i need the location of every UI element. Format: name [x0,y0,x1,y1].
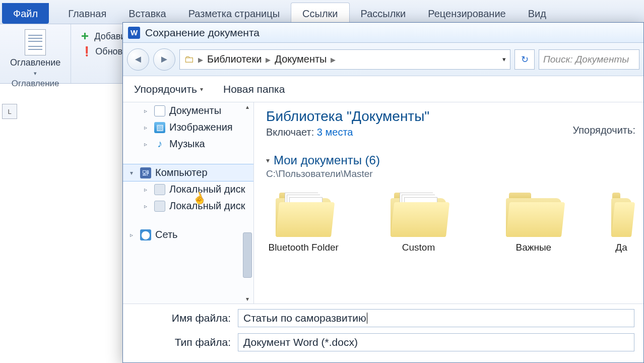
breadcrumb[interactable]: 🗀 ▸ Библиотеки ▸ Документы ▸ ▾ [179,49,510,70]
plus-doc-icon [81,32,91,42]
dialog-bottom: Имя файла: Статьи по саморазвитию Тип фа… [123,304,643,362]
picture-icon: ▧ [154,122,165,133]
ribbon-tabs: Файл Главная Вставка Разметка страницы С… [0,0,644,24]
folder-view: Библиотека "Документы" Включает: 3 места… [254,102,643,304]
toc-button-label: Оглавление [10,57,60,68]
chevron-down-icon: ▾ [34,70,37,77]
nav-forward-button[interactable]: ► [153,48,175,71]
library-title: Библиотека "Документы" [266,108,631,125]
folder-icon [391,193,446,237]
tree-item-music[interactable]: ▹ ♪ Музыка [123,136,253,152]
arrange-by[interactable]: Упорядочить: [572,125,635,136]
network-icon: ⬤ [140,229,151,240]
expander-icon[interactable]: ▹ [130,231,136,238]
folder-item[interactable]: Custom [381,193,456,253]
tree-item-network[interactable]: ▹ ⬤ Сеть [123,226,253,243]
chevron-right-icon: ▸ [329,53,338,66]
folder-grid: Bluetooth Folder Custom Важные Да [266,193,631,253]
ruler-corner: L [2,104,17,119]
tab-view[interactable]: Вид [517,3,557,24]
scroll-down-icon[interactable]: ▾ [245,294,250,304]
dialog-titlebar[interactable]: W Сохранение документа [123,23,643,43]
folder-item[interactable]: Bluetooth Folder [266,193,341,253]
folder-item[interactable]: Да [611,193,631,253]
dialog-title-text: Сохранение документа [145,27,260,39]
music-icon: ♪ [154,139,165,150]
filetype-select[interactable]: Документ Word (*.docx) [238,333,634,351]
tab-references[interactable]: Ссылки [291,3,349,24]
tab-insert[interactable]: Вставка [117,3,177,24]
tab-pagelayout[interactable]: Разметка страницы [177,3,291,24]
tree-scrollbar[interactable]: ▴ ▾ [241,102,253,304]
computer-icon: 🖳 [140,167,151,178]
tree-item-pictures[interactable]: ▹ ▧ Изображения [123,119,253,136]
dialog-body: ▹ Документы ▹ ▧ Изображения ▹ ♪ Музыка ▾… [123,102,643,304]
filename-label: Имя файла: [132,312,238,324]
chevron-right-icon: ▸ [196,53,205,66]
tab-review[interactable]: Рецензирование [417,3,517,24]
expander-icon[interactable]: ▹ [144,124,150,131]
tab-home[interactable]: Главная [57,3,117,24]
nav-tree: ▹ Документы ▹ ▧ Изображения ▹ ♪ Музыка ▾… [123,102,254,304]
folder-icon [611,193,631,237]
filetype-row: Тип файла: Документ Word (*.docx) [132,333,634,351]
folder-icon [276,193,331,237]
filetype-label: Тип файла: [132,336,238,348]
tab-mailings[interactable]: Рассылки [350,3,417,24]
expander-icon[interactable]: ▹ [144,141,150,148]
tree-item-drive-d[interactable]: ▹ Локальный диск [123,198,253,214]
section-header[interactable]: ▾ Мои документы (6) [266,153,631,167]
section-path: C:\Пользователи\Master [266,168,631,179]
dialog-toolbar: Упорядочить ▾ Новая папка [123,76,643,102]
new-folder-button[interactable]: Новая папка [223,83,285,95]
filename-row: Имя файла: Статьи по саморазвитию [132,309,634,327]
scroll-up-icon[interactable]: ▴ [245,102,250,111]
folder-icon: 🗀 [184,53,194,65]
toc-icon [25,29,46,55]
expander-icon[interactable]: ▹ [144,107,150,114]
expander-icon[interactable]: ▹ [144,186,150,193]
filename-input[interactable]: Статьи по саморазвитию [238,309,634,327]
toc-group-label: Оглавление [12,79,59,89]
refresh-button[interactable]: ↻ [514,49,535,70]
chevron-down-icon: ▾ [200,86,203,93]
breadcrumb-item[interactable]: Библиотеки [207,53,262,65]
text-cursor [367,313,367,324]
drive-icon [154,201,165,212]
save-dialog: W Сохранение документа ◄ ► 🗀 ▸ Библиотек… [122,22,644,363]
word-icon: W [128,27,140,39]
document-icon [154,105,165,116]
chevron-down-icon[interactable]: ▾ [502,55,506,63]
toc-button[interactable]: Оглавление ▾ [7,27,63,79]
tree-item-drive-c[interactable]: ▹ Локальный диск [123,181,253,198]
dialog-navbar: ◄ ► 🗀 ▸ Библиотеки ▸ Документы ▸ ▾ ↻ Пои… [123,43,643,76]
tree-item-documents[interactable]: ▹ Документы [123,102,253,119]
exclaim-icon: ❗ [81,46,92,57]
search-input[interactable]: Поиск: Документы [539,49,639,70]
organize-button[interactable]: Упорядочить ▾ [134,83,203,95]
chevron-right-icon: ▸ [264,53,273,66]
ribbon-group-toc: Оглавление ▾ Оглавление [0,24,71,83]
expander-icon[interactable]: ▾ [130,169,136,176]
scroll-thumb[interactable] [243,232,252,278]
folder-icon [506,193,561,237]
includes-link[interactable]: 3 места [317,127,353,138]
expander-icon[interactable]: ▹ [144,203,150,210]
caret-down-icon: ▾ [266,156,270,164]
tree-item-computer[interactable]: ▾ 🖳 Компьютер [123,164,253,181]
nav-back-button[interactable]: ◄ [127,48,149,71]
drive-icon [154,184,165,195]
tab-file[interactable]: Файл [2,3,49,24]
breadcrumb-item[interactable]: Документы [275,53,327,65]
folder-item[interactable]: Важные [496,193,571,253]
